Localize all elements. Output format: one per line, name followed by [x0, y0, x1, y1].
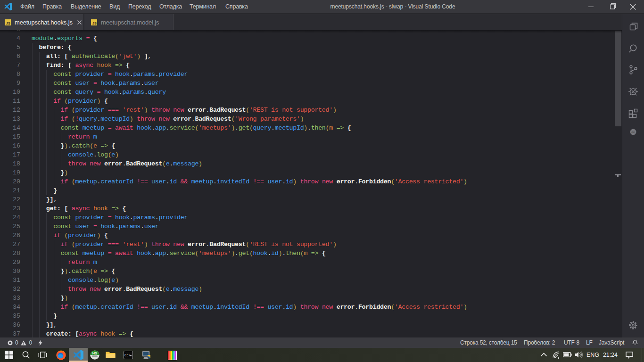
svg-text:C:\: C:\ — [124, 354, 131, 357]
svg-text:HS: HS — [92, 351, 97, 355]
svg-text:Jun: Jun — [631, 131, 635, 133]
